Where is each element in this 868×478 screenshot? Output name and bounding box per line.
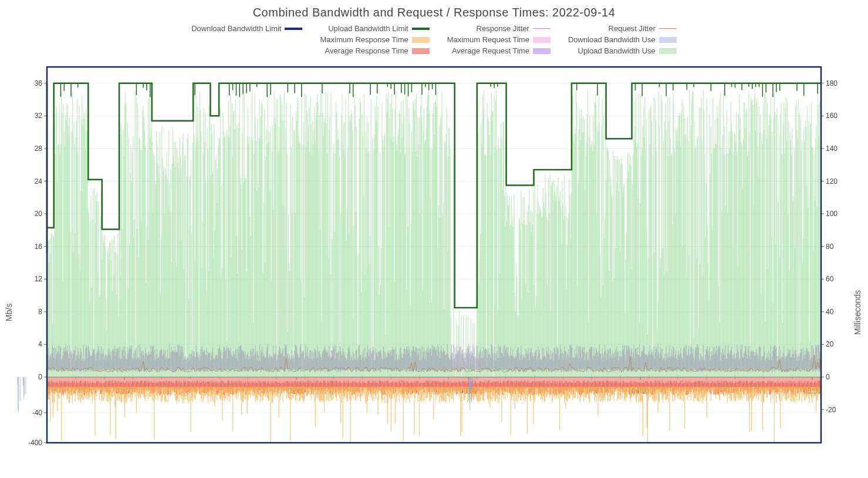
svg-text:0: 0 (38, 373, 42, 381)
swatch-upload-limit (412, 28, 430, 30)
svg-text:28: 28 (35, 144, 43, 153)
svg-text:20: 20 (35, 210, 43, 218)
legend-col-1: Download Bandwidth Limit (191, 24, 302, 55)
svg-text:120: 120 (826, 177, 837, 186)
svg-text:160: 160 (826, 112, 837, 120)
legend-item-download-use: Download Bandwidth Use (568, 35, 677, 44)
y-axis-label-right: Milliseconds (853, 290, 862, 335)
svg-text:100: 100 (826, 210, 837, 218)
legend: Download Bandwidth Limit Upload Bandwidt… (6, 24, 862, 55)
swatch-max-request (533, 37, 550, 43)
svg-text:-40: -40 (32, 409, 43, 417)
svg-text:36: 36 (35, 79, 43, 87)
legend-item-max-request: Maximum Request Time (447, 35, 550, 44)
legend-item-download-limit: Download Bandwidth Limit (191, 24, 302, 33)
svg-text:16: 16 (35, 243, 43, 251)
swatch-avg-response (412, 48, 430, 54)
legend-item-request-jitter: Request Jitter (609, 24, 677, 33)
legend-col-3: Response Jitter Maximum Request Time Ave… (447, 24, 550, 55)
svg-text:80: 80 (826, 243, 834, 251)
svg-text:60: 60 (826, 275, 834, 283)
svg-text:32: 32 (35, 112, 43, 120)
swatch-response-jitter (533, 28, 550, 29)
svg-text:24: 24 (35, 177, 43, 186)
y-axis-label-left: Mb/s (4, 304, 13, 321)
legend-col-4: Request Jitter Download Bandwidth Use Up… (568, 24, 677, 55)
svg-text:-20: -20 (826, 406, 836, 414)
svg-text:-400: -400 (28, 439, 42, 447)
legend-item-upload-use: Upload Bandwidth Use (578, 46, 677, 55)
swatch-avg-request (533, 48, 550, 54)
plot-svg: -400-4004812162024283236-200204060801001… (6, 61, 862, 460)
svg-text:40: 40 (826, 308, 834, 316)
svg-text:20: 20 (826, 340, 834, 348)
legend-col-2: Upload Bandwidth Limit Maximum Response … (320, 24, 429, 55)
svg-text:180: 180 (826, 79, 837, 87)
svg-text:12: 12 (35, 275, 43, 283)
legend-item-max-response: Maximum Response Time (320, 35, 429, 44)
legend-item-avg-response: Average Response Time (325, 46, 430, 55)
swatch-max-response (412, 37, 430, 43)
chart-container: Combined Bandwidth and Request / Respons… (6, 6, 862, 472)
svg-text:0: 0 (826, 373, 830, 381)
swatch-upload-use (659, 48, 677, 54)
swatch-request-jitter (659, 28, 677, 29)
swatch-download-use (659, 37, 677, 43)
swatch-download-limit (285, 28, 302, 30)
legend-item-response-jitter: Response Jitter (477, 24, 550, 33)
svg-text:4: 4 (38, 340, 42, 348)
legend-item-avg-request: Average Request Time (452, 46, 550, 55)
chart-title: Combined Bandwidth and Request / Respons… (6, 6, 862, 19)
svg-text:8: 8 (38, 308, 42, 316)
svg-text:140: 140 (826, 144, 837, 153)
legend-item-upload-limit: Upload Bandwidth Limit (328, 24, 430, 33)
plot-area: Mb/s Milliseconds -400-40048121620242832… (6, 61, 862, 449)
